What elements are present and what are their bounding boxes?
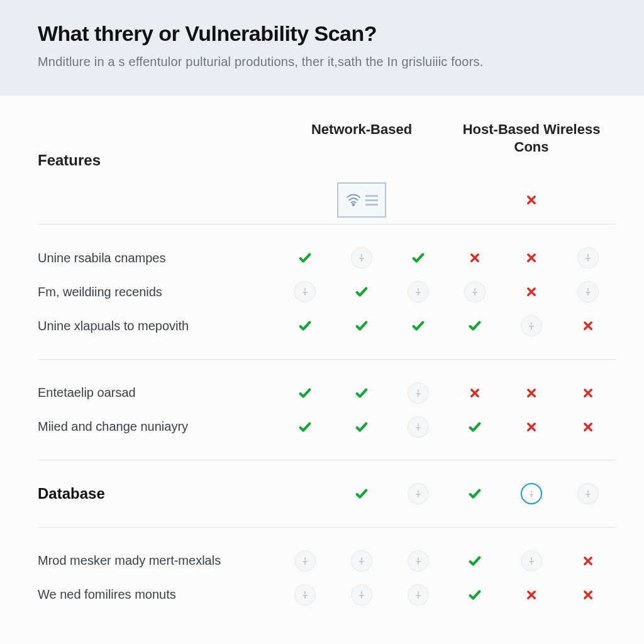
neutral-chip-icon bbox=[521, 315, 542, 336]
check-icon bbox=[408, 315, 429, 336]
neutral-chip-icon bbox=[294, 584, 316, 606]
neutral-chip-icon bbox=[294, 550, 316, 572]
cell bbox=[277, 544, 333, 578]
check-icon bbox=[464, 416, 486, 438]
cell bbox=[333, 477, 390, 511]
cell bbox=[560, 578, 616, 612]
neutral-chip-icon bbox=[408, 281, 429, 303]
neutral-chip-icon bbox=[351, 247, 372, 269]
neutral-chip-icon bbox=[351, 584, 372, 606]
feature-label: Fm, weildiing recenids bbox=[38, 275, 277, 309]
column-header-host: Host-Based Wireless Cons bbox=[447, 114, 616, 176]
cell bbox=[390, 275, 447, 309]
cell bbox=[333, 410, 390, 444]
neutral-chip-icon bbox=[408, 382, 429, 404]
cross-icon bbox=[521, 247, 542, 269]
cell bbox=[277, 275, 333, 309]
cell bbox=[447, 275, 503, 309]
cell bbox=[390, 309, 447, 343]
check-icon bbox=[464, 550, 486, 572]
section-heading-database: Database bbox=[38, 477, 277, 511]
table-row: Mrod mesker mady mert-mexlals bbox=[38, 544, 616, 578]
cell bbox=[390, 410, 447, 444]
check-icon bbox=[408, 247, 429, 269]
feature-label: We ned fomilires monuts bbox=[38, 578, 277, 612]
cell bbox=[390, 578, 447, 612]
check-icon bbox=[464, 315, 486, 336]
neutral-chip-icon bbox=[351, 550, 372, 572]
cross-icon bbox=[521, 584, 542, 606]
cross-icon bbox=[577, 315, 599, 336]
info-chip-icon bbox=[521, 483, 542, 504]
cell bbox=[333, 241, 390, 275]
check-icon bbox=[351, 483, 372, 504]
check-icon bbox=[351, 416, 372, 438]
cell bbox=[390, 241, 447, 275]
cell bbox=[333, 275, 390, 309]
cell bbox=[277, 309, 333, 343]
feature-label: Entetaelip oarsad bbox=[38, 376, 277, 410]
check-icon bbox=[464, 483, 486, 504]
table-row: We ned fomilires monuts bbox=[38, 578, 616, 612]
neutral-chip-icon bbox=[408, 584, 429, 606]
table-row: Entetaelip oarsad bbox=[38, 376, 616, 410]
neutral-chip-icon bbox=[577, 483, 599, 504]
cell bbox=[447, 477, 503, 511]
cross-icon bbox=[521, 416, 542, 438]
cell bbox=[447, 578, 503, 612]
cell bbox=[560, 376, 616, 410]
neutral-chip-icon bbox=[408, 416, 429, 438]
section-heading-features: Features bbox=[38, 114, 277, 176]
cell bbox=[560, 275, 616, 309]
cell bbox=[390, 477, 447, 511]
neutral-chip-icon bbox=[577, 281, 599, 303]
column-header-network: Network-Based bbox=[277, 114, 447, 176]
cell bbox=[333, 309, 390, 343]
feature-label: Mrod mesker mady mert-mexlals bbox=[38, 544, 277, 578]
check-icon bbox=[294, 315, 316, 336]
cross-icon bbox=[577, 550, 599, 572]
check-icon bbox=[351, 315, 372, 336]
network-device-icon bbox=[337, 182, 386, 218]
cell bbox=[447, 410, 503, 444]
cell bbox=[447, 309, 503, 343]
cell bbox=[390, 376, 447, 410]
table-row: Unine rsabila cnampes bbox=[38, 241, 616, 275]
cross-icon bbox=[521, 382, 542, 404]
check-icon bbox=[351, 382, 372, 404]
cell bbox=[447, 544, 503, 578]
cell bbox=[503, 376, 560, 410]
check-icon bbox=[464, 584, 486, 606]
cell bbox=[333, 376, 390, 410]
check-icon bbox=[351, 281, 372, 303]
neutral-chip-icon bbox=[521, 550, 542, 572]
cell bbox=[560, 309, 616, 343]
cell bbox=[447, 376, 503, 410]
cell bbox=[560, 477, 616, 511]
cell bbox=[277, 477, 333, 511]
cell bbox=[503, 544, 560, 578]
neutral-chip-icon bbox=[577, 247, 599, 269]
cross-icon bbox=[464, 382, 486, 404]
cell bbox=[503, 275, 560, 309]
page-subtitle: Mnditlure in a s effentulor pulturial pr… bbox=[38, 55, 606, 69]
cell bbox=[277, 578, 333, 612]
neutral-chip-icon bbox=[294, 281, 316, 303]
comparison-table: Features Network-Based Host-Based Wirele… bbox=[38, 114, 616, 612]
header-icon-row bbox=[38, 176, 616, 225]
cell bbox=[560, 410, 616, 444]
cell bbox=[333, 578, 390, 612]
cell bbox=[503, 410, 560, 444]
cell bbox=[560, 241, 616, 275]
feature-label: Unine xlapuals to mepovith bbox=[38, 309, 277, 343]
neutral-chip-icon bbox=[464, 281, 486, 303]
comparison-wrap: Features Network-Based Host-Based Wirele… bbox=[0, 96, 644, 612]
cell bbox=[277, 241, 333, 275]
feature-label: Miied and change nuniayry bbox=[38, 410, 277, 444]
cross-icon bbox=[464, 247, 486, 269]
cell bbox=[503, 578, 560, 612]
svg-point-0 bbox=[353, 204, 355, 206]
check-icon bbox=[294, 247, 316, 269]
cell bbox=[503, 309, 560, 343]
cell bbox=[333, 544, 390, 578]
